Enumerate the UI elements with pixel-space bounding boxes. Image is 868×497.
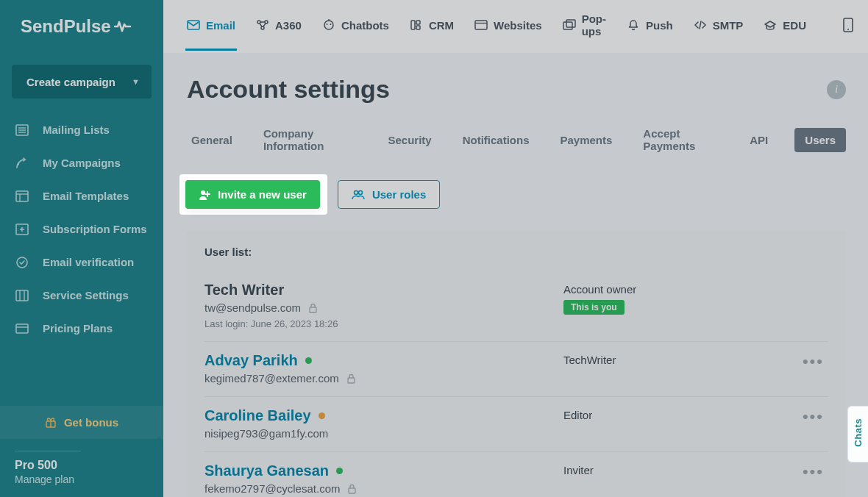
invite-user-button[interactable]: Invite a new user	[185, 180, 320, 209]
svg-rect-41	[348, 378, 355, 383]
templates-icon	[15, 190, 29, 202]
nav-chatbots[interactable]: Chatbots	[321, 1, 391, 49]
nav-a360[interactable]: A360	[255, 1, 303, 49]
tab-api[interactable]: API	[745, 128, 772, 152]
nav-push[interactable]: Push	[625, 1, 675, 49]
tab-general[interactable]: General	[187, 128, 237, 152]
sidebar-item-email-verification[interactable]: Email verification	[0, 246, 163, 279]
last-login: Last login: June 26, 2023 18:26	[204, 318, 563, 329]
chats-tab[interactable]: Chats	[847, 406, 868, 462]
lock-icon	[347, 484, 357, 494]
tab-users[interactable]: Users	[794, 128, 846, 152]
send-icon	[15, 157, 29, 169]
sidebar-item-subscription-forms[interactable]: Subscription Forms	[0, 212, 163, 246]
svg-point-39	[358, 190, 362, 194]
svg-rect-40	[310, 307, 316, 312]
user-email: tw@sendpulse.com	[204, 301, 563, 314]
nav-popups[interactable]: Pop-ups	[561, 0, 608, 55]
lock-icon	[308, 303, 318, 313]
user-email: fekemo2797@cyclesat.com	[204, 482, 563, 495]
form-icon	[15, 224, 29, 235]
roles-icon	[352, 190, 365, 200]
tab-accept-payments[interactable]: Accept Payments	[638, 121, 723, 158]
crm-icon	[410, 19, 423, 31]
svg-point-22	[324, 21, 333, 29]
settings-tabs: General Company Information Security Not…	[187, 121, 846, 158]
invite-user-icon	[199, 189, 210, 201]
svg-rect-27	[416, 21, 420, 24]
brand-name: SendPulse	[21, 16, 111, 37]
svg-point-23	[326, 24, 327, 25]
svg-rect-14	[16, 324, 28, 333]
sidebar-item-my-campaigns[interactable]: My Campaigns	[0, 146, 163, 179]
bot-icon	[322, 19, 335, 31]
popup-icon	[563, 19, 576, 31]
topbar: Email A360 Chatbots CRM Websites Pop-ups…	[163, 0, 868, 53]
user-email: kegimed787@extemer.com	[204, 372, 563, 385]
gift-icon	[45, 417, 57, 429]
nav-label: Chatbots	[341, 19, 389, 32]
nav-email[interactable]: Email	[185, 1, 237, 49]
sidebar-item-service-settings[interactable]: Service Settings	[0, 279, 163, 312]
row-menu-button[interactable]: •••	[803, 407, 824, 426]
get-bonus-button[interactable]: Get bonus	[0, 406, 163, 439]
sidebar-item-pricing-plans[interactable]: Pricing Plans	[0, 312, 163, 345]
svg-point-34	[847, 29, 849, 30]
status-dot-icon	[319, 412, 325, 419]
user-name[interactable]: Advay Parikh	[204, 352, 312, 369]
nav-label: SMTP	[713, 19, 744, 32]
you-badge: This is you	[563, 300, 625, 315]
nav-edu[interactable]: EDU	[762, 1, 808, 49]
sidebar-item-mailing-lists[interactable]: Mailing Lists	[0, 113, 163, 146]
brand-logo[interactable]: SendPulse	[21, 16, 132, 37]
user-row: Caroline Baileynisipeg793@gam1fy.comEdit…	[204, 396, 828, 451]
svg-point-19	[257, 21, 260, 24]
tab-payments[interactable]: Payments	[555, 128, 616, 152]
chats-label: Chats	[853, 418, 864, 447]
sidebar-item-label: Service Settings	[43, 289, 129, 301]
verify-icon	[15, 257, 29, 268]
page-title: Account settings	[187, 75, 390, 104]
user-name[interactable]: Shaurya Ganesan	[204, 462, 343, 479]
sidebar-item-label: Mailing Lists	[43, 124, 110, 136]
create-campaign-button[interactable]: Create campaign ▼	[12, 65, 152, 99]
status-dot-icon	[336, 468, 343, 474]
info-icon[interactable]: i	[827, 80, 846, 99]
status-dot-icon	[305, 357, 312, 364]
user-roles-button[interactable]: User roles	[338, 180, 440, 209]
plan-name: Pro 500	[0, 459, 163, 472]
logo-area: SendPulse	[0, 0, 163, 53]
nav-crm[interactable]: CRM	[408, 1, 455, 49]
user-role: Inviter	[563, 464, 828, 476]
tab-security[interactable]: Security	[383, 128, 435, 152]
divider	[15, 451, 81, 451]
sidebar-item-label: Subscription Forms	[43, 223, 147, 235]
user-list-title: User list:	[204, 246, 828, 258]
row-menu-button[interactable]: •••	[803, 352, 824, 371]
main-content: Account settings i General Company Infor…	[163, 53, 868, 497]
user-name[interactable]: Caroline Bailey	[204, 407, 325, 424]
user-role: Account owner	[563, 283, 828, 296]
nav-label: Websites	[494, 19, 542, 32]
svg-rect-4	[16, 191, 28, 201]
sidebar-item-email-templates[interactable]: Email Templates	[0, 179, 163, 212]
nav-label: CRM	[429, 19, 454, 32]
manage-plan-link[interactable]: Manage plan	[0, 472, 163, 497]
nav-label: Push	[646, 19, 673, 32]
row-menu-button[interactable]: •••	[803, 462, 824, 482]
settings-icon	[15, 290, 29, 301]
list-icon	[15, 124, 29, 136]
nav-smtp[interactable]: SMTP	[692, 1, 745, 49]
nav-label: Email	[206, 19, 235, 32]
sidebar-item-label: Email Templates	[43, 190, 129, 202]
user-role: TechWriter	[563, 354, 828, 366]
tab-notifications[interactable]: Notifications	[458, 128, 534, 152]
tab-company[interactable]: Company Information	[259, 121, 362, 158]
nav-label: EDU	[783, 19, 806, 32]
email-icon	[187, 20, 200, 30]
create-campaign-label: Create campaign	[26, 76, 115, 88]
sidebar-nav: Mailing Lists My Campaigns Email Templat…	[0, 113, 163, 397]
svg-point-21	[261, 26, 264, 29]
nav-websites[interactable]: Websites	[473, 1, 544, 49]
mobile-icon[interactable]	[843, 18, 853, 32]
